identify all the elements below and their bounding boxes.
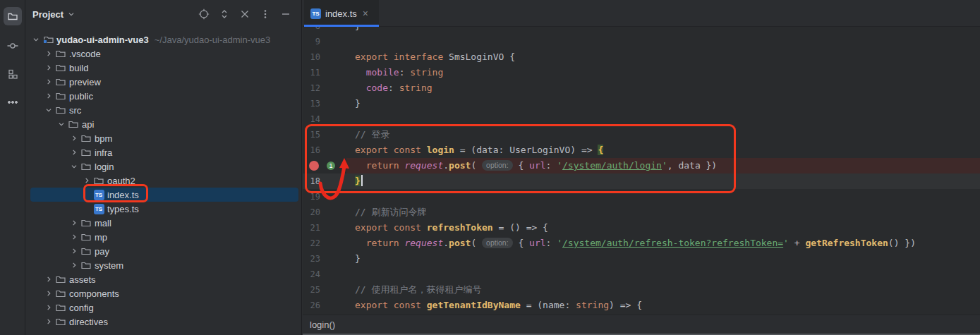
code-line-24[interactable]: 24 [303,267,980,282]
code-line-26[interactable]: 26export const getTenantIdByName = (name… [303,298,980,313]
code-area[interactable]: 8}910export interface SmsLoginVO {11 mob… [303,18,980,315]
chevron-right-icon[interactable] [43,302,54,313]
chevron-right-icon[interactable] [68,260,80,271]
line-number[interactable]: 10 [303,49,320,65]
debug-gutter-icon[interactable]: 1 [327,162,335,170]
chevron-right-icon[interactable] [43,316,54,327]
tree-item-components[interactable]: components [30,286,298,300]
chevron-down-icon[interactable] [56,118,67,130]
tab-index-ts[interactable]: TS index.ts × [304,0,379,27]
chevron-right-icon[interactable] [43,48,54,59]
commit-icon [7,40,18,51]
project-tool-button[interactable] [4,7,22,25]
activity-bar [0,0,25,335]
tree-item-src[interactable]: src [30,103,298,117]
code-line-22[interactable]: 22 return request.post( option: { url: '… [303,236,980,251]
chevron-right-icon[interactable] [68,231,80,243]
chevron-down-icon[interactable] [66,9,76,19]
line-number[interactable]: 12 [303,80,320,96]
folder-icon [80,245,92,257]
code-line-9[interactable]: 9 [303,34,980,49]
tree-item-api[interactable]: api [30,117,298,131]
breakpoint-icon[interactable] [309,161,319,171]
more-tools-icon [7,97,18,108]
code-line-12[interactable]: 12 code: string [303,80,980,96]
code-line-14[interactable]: 14 [303,111,980,127]
line-number[interactable]: 26 [303,298,320,313]
line-number[interactable]: 22 [303,236,320,251]
code-line-13[interactable]: 13} [303,96,980,111]
breadcrumb[interactable]: login() [310,319,335,330]
chevron-right-icon[interactable] [68,217,80,229]
line-number[interactable]: 20 [303,205,320,220]
code-line-18[interactable]: 18} [303,173,980,189]
chevron-right-icon[interactable] [43,288,54,299]
tree-item-types-ts[interactable]: TStypes.ts [30,202,298,216]
line-number[interactable]: 18 [303,173,320,189]
tree-item-system[interactable]: system [30,258,298,272]
line-number[interactable]: 14 [303,111,320,127]
tree-item-preview[interactable]: preview [30,75,298,89]
tree-item-login[interactable]: login [30,159,298,173]
collapse-all-icon[interactable] [239,8,250,20]
code-line-20[interactable]: 20// 刷新访问令牌 [303,205,980,220]
tree-item-yudao-ui-admin-vue3[interactable]: yudao-ui-admin-vue3~/Java/yudao-ui-admin… [30,32,298,47]
folder-icon [80,147,92,158]
tree-item-mall[interactable]: mall [30,216,298,230]
tree-item-directives[interactable]: directives [30,315,298,329]
line-number[interactable]: 15 [303,127,320,142]
code-text: // 使用租户名，获得租户编号 [355,282,481,298]
locate-file-icon[interactable] [198,8,210,20]
code-text: return request.post( option: { url: '/sy… [355,236,916,251]
chevron-down-icon[interactable] [30,34,42,45]
chevron-right-icon[interactable] [68,133,80,144]
line-number[interactable]: 21 [303,220,320,236]
tree-item-infra[interactable]: infra [30,145,298,159]
line-number[interactable]: 23 [303,251,320,267]
options-kebab-icon[interactable] [260,8,271,20]
tree-item--vscode[interactable]: .vscode [30,47,298,61]
tree-item-index-ts[interactable]: TSindex.ts [30,188,298,202]
chevron-down-icon[interactable] [68,161,80,172]
line-number[interactable]: 9 [303,34,320,49]
chevron-right-icon[interactable] [43,62,54,73]
tree-item-bpm[interactable]: bpm [30,131,298,145]
chevron-right-icon[interactable] [43,76,54,87]
folder-icon [80,231,92,243]
expand-icon[interactable] [219,8,230,20]
line-number[interactable]: 19 [303,189,320,205]
code-line-17[interactable]: 1 return request.post( option: { url: '/… [303,158,980,173]
line-number[interactable]: 11 [303,65,320,80]
chevron-right-icon[interactable] [68,147,80,158]
tree-item-mp[interactable]: mp [30,230,298,244]
more-tool-windows-button[interactable] [4,93,22,111]
code-line-23[interactable]: 23} [303,251,980,267]
line-number[interactable]: 25 [303,282,320,298]
chevron-right-icon[interactable] [81,175,92,186]
tree-item-pay[interactable]: pay [30,244,298,258]
chevron-right-icon[interactable] [43,274,54,285]
chevron-down-icon[interactable] [43,104,54,116]
chevron-right-icon[interactable] [43,90,54,102]
code-line-15[interactable]: 15// 登录 [303,127,980,142]
project-panel-title[interactable]: Project [32,9,63,20]
tree-item-oauth2[interactable]: oauth2 [30,173,298,188]
code-line-11[interactable]: 11 mobile: string [303,65,980,80]
tree-item-config[interactable]: config [30,300,298,315]
line-number[interactable]: 24 [303,267,320,282]
code-line-19[interactable]: 19 [303,189,980,205]
line-number[interactable]: 16 [303,142,320,158]
code-line-25[interactable]: 25// 使用租户名，获得租户编号 [303,282,980,298]
commit-tool-button[interactable] [4,37,22,55]
line-number[interactable]: 13 [303,96,320,111]
code-line-21[interactable]: 21export const refreshToken = () => { [303,220,980,236]
close-tab-icon[interactable]: × [363,8,368,18]
tree-item-public[interactable]: public [30,89,298,103]
hide-panel-icon[interactable] [280,8,291,20]
tree-item-build[interactable]: build [30,61,298,75]
structure-tool-button[interactable] [4,65,22,83]
tree-item-assets[interactable]: assets [30,272,298,286]
chevron-right-icon[interactable] [68,245,80,257]
code-line-10[interactable]: 10export interface SmsLoginVO { [303,49,980,65]
code-line-16[interactable]: 16export const login = (data: UserLoginV… [303,142,980,158]
